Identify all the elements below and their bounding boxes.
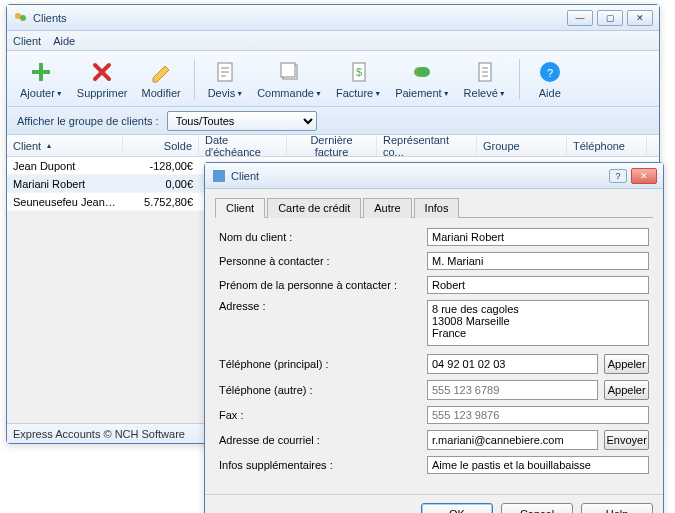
filter-bar: Afficher le groupe de clients : Tous/Tou… <box>7 107 659 135</box>
col-rep[interactable]: Représentant co... <box>377 135 477 156</box>
tab-autre[interactable]: Autre <box>363 198 411 218</box>
app-icon <box>13 10 29 26</box>
label-infos: Infos supplémentaires : <box>219 459 427 471</box>
col-client[interactable]: Client ▴ <box>7 135 123 156</box>
svg-rect-14 <box>213 170 225 182</box>
aide-button[interactable]: ? Aide <box>526 55 574 103</box>
grid-header: Client ▴ Solde Date d'échéance Dernière … <box>7 135 659 157</box>
menubar: Client Aide <box>7 31 659 51</box>
dialog-close-button[interactable]: ✕ <box>631 168 657 184</box>
input-adresse[interactable]: 8 rue des cagoles 13008 Marseille France <box>427 300 649 346</box>
input-email[interactable] <box>427 430 598 450</box>
label-tel1: Téléphone (principal) : <box>219 358 427 370</box>
input-prenom[interactable] <box>427 276 649 294</box>
envoyer-email-button[interactable]: Envoyer <box>604 430 649 450</box>
tab-infos[interactable]: Infos <box>414 198 460 218</box>
input-tel1[interactable] <box>427 354 598 374</box>
label-contact: Personne à contacter : <box>219 255 427 267</box>
main-title: Clients <box>33 12 567 24</box>
devis-button[interactable]: Devis▼ <box>201 55 250 103</box>
facture-button[interactable]: $ Facture▼ <box>329 55 388 103</box>
input-nom[interactable] <box>427 228 649 246</box>
col-groupe[interactable]: Groupe <box>477 135 567 156</box>
minimize-button[interactable]: — <box>567 10 593 26</box>
releve-button[interactable]: Relevé▼ <box>457 55 513 103</box>
help-icon: ? <box>537 59 563 85</box>
label-tel2: Téléphone (autre) : <box>219 384 427 396</box>
supprimer-button[interactable]: Supprimer <box>70 55 135 103</box>
svg-point-10 <box>418 67 430 77</box>
tab-client[interactable]: Client <box>215 198 265 218</box>
input-contact[interactable] <box>427 252 649 270</box>
col-facture[interactable]: Dernière facture <box>287 135 377 156</box>
statement-icon <box>472 59 498 85</box>
dialog-buttons: OK Cancel Help <box>205 494 663 513</box>
col-date[interactable]: Date d'échéance <box>199 135 287 156</box>
col-tel[interactable]: Téléphone <box>567 135 647 156</box>
status-text: Express Accounts © NCH Software <box>13 428 185 440</box>
svg-point-1 <box>20 15 26 21</box>
menu-aide[interactable]: Aide <box>53 35 75 47</box>
filter-label: Afficher le groupe de clients : <box>17 115 159 127</box>
client-form: Nom du client : Personne à contacter : P… <box>215 218 653 484</box>
maximize-button[interactable]: ▢ <box>597 10 623 26</box>
input-tel2[interactable] <box>427 380 598 400</box>
dialog-icon <box>211 168 227 184</box>
label-nom: Nom du client : <box>219 231 427 243</box>
order-icon <box>277 59 303 85</box>
help-button[interactable]: Help <box>581 503 653 513</box>
tab-carte[interactable]: Carte de crédit <box>267 198 361 218</box>
appeler-tel1-button[interactable]: Appeler <box>604 354 649 374</box>
filter-select[interactable]: Tous/Toutes <box>167 111 317 131</box>
svg-text:$: $ <box>355 66 361 78</box>
input-infos[interactable] <box>427 456 649 474</box>
context-help-button[interactable]: ? <box>609 169 627 183</box>
main-titlebar: Clients — ▢ ✕ <box>7 5 659 31</box>
label-fax: Fax : <box>219 409 427 421</box>
commande-button[interactable]: Commande▼ <box>250 55 329 103</box>
label-prenom: Prénom de la personne à contacter : <box>219 279 427 291</box>
modifier-button[interactable]: Modifier <box>135 55 188 103</box>
appeler-tel2-button[interactable]: Appeler <box>604 380 649 400</box>
delete-icon <box>89 59 115 85</box>
dialog-tabs: Client Carte de crédit Autre Infos <box>215 197 653 218</box>
ajouter-button[interactable]: Ajouter▼ <box>13 55 70 103</box>
plus-icon <box>28 59 54 85</box>
client-dialog: Client ? ✕ Client Carte de crédit Autre … <box>204 162 664 513</box>
cancel-button[interactable]: Cancel <box>501 503 573 513</box>
label-adresse: Adresse : <box>219 300 427 312</box>
label-email: Adresse de courriel : <box>219 434 427 446</box>
payment-icon <box>409 59 435 85</box>
quote-icon <box>212 59 238 85</box>
edit-icon <box>148 59 174 85</box>
close-button[interactable]: ✕ <box>627 10 653 26</box>
dialog-titlebar: Client ? ✕ <box>205 163 663 189</box>
input-fax[interactable] <box>427 406 649 424</box>
svg-rect-3 <box>32 70 50 74</box>
col-solde[interactable]: Solde <box>123 135 199 156</box>
svg-text:?: ? <box>547 67 553 79</box>
dialog-title: Client <box>231 170 609 182</box>
paiement-button[interactable]: Paiement▼ <box>388 55 456 103</box>
svg-rect-6 <box>281 63 295 77</box>
ok-button[interactable]: OK <box>421 503 493 513</box>
invoice-icon: $ <box>346 59 372 85</box>
toolbar: Ajouter▼ Supprimer Modifier Devis▼ Comma… <box>7 51 659 107</box>
menu-client[interactable]: Client <box>13 35 41 47</box>
